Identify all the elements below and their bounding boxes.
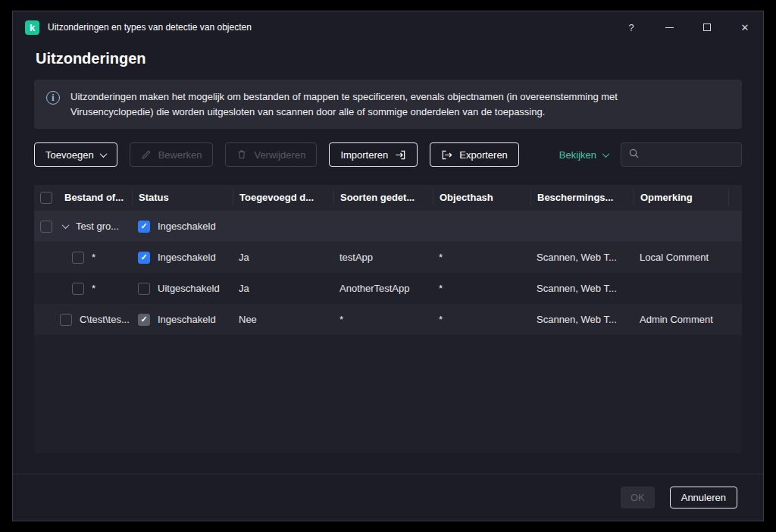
delete-button-label: Verwijderen [254, 149, 305, 161]
toolbar: Toevoegen Bewerken Verwijderen Importere… [34, 142, 742, 167]
protection-cell: Scannen, Web T... [530, 283, 634, 294]
protection-cell: Scannen, Web T... [530, 314, 634, 325]
maximize-button[interactable] [701, 21, 713, 33]
dialog-window: k Uitzonderingen en types van detectie v… [12, 11, 764, 521]
ok-button[interactable]: OK [621, 487, 655, 509]
column-header-comment[interactable]: Opmerking [634, 190, 728, 205]
row-select-checkbox[interactable] [72, 283, 84, 295]
status-label: Ingeschakeld [158, 252, 216, 263]
search-input[interactable] [645, 149, 734, 161]
trash-icon [236, 149, 247, 160]
pencil-icon [141, 149, 152, 160]
row-select-checkbox[interactable] [40, 221, 52, 233]
page-title: Uitzonderingen [36, 48, 763, 69]
table-empty-area [34, 335, 742, 453]
titlebar: k Uitzonderingen en types van detectie v… [13, 11, 763, 43]
exclusions-table: Bestand of... Status Toegevoegd d... Soo… [34, 185, 742, 453]
protection-cell: Scannen, Web T... [530, 252, 634, 263]
window-title: Uitzonderingen en types van detectie van… [48, 22, 252, 33]
table-header: Bestand of... Status Toegevoegd d... Soo… [34, 185, 742, 211]
column-header-hash[interactable]: Objecthash [433, 190, 530, 205]
row-select-checkbox[interactable] [72, 252, 84, 264]
search-box [621, 142, 742, 167]
help-button[interactable]: ? [625, 21, 637, 33]
types-cell: testApp [333, 252, 433, 263]
table-row[interactable]: C\test\tes... Ingeschakeld Nee * * Scann… [34, 304, 742, 335]
dialog-footer: OK Annuleren [13, 474, 763, 521]
file-cell: * [92, 252, 95, 263]
info-icon: i [46, 91, 60, 105]
column-header-protection[interactable]: Beschermings... [530, 190, 634, 205]
row-select-checkbox[interactable] [60, 314, 72, 326]
hash-cell: * [433, 283, 530, 294]
hash-cell: * [433, 252, 530, 263]
added-cell: Nee [233, 314, 333, 325]
file-cell: * [92, 283, 95, 294]
column-header-status[interactable]: Status [132, 190, 233, 205]
column-header-file[interactable]: Bestand of... [58, 190, 132, 205]
added-cell: Ja [233, 283, 333, 294]
export-button-label: Exporteren [459, 149, 508, 161]
info-text: Uitzonderingen maken het mogelijk om bes… [70, 89, 699, 119]
chevron-down-icon [99, 150, 107, 158]
group-name: Test gro... [76, 221, 119, 232]
import-icon [395, 149, 406, 161]
enabled-checkbox[interactable] [138, 221, 150, 233]
cancel-button[interactable]: Annuleren [670, 487, 737, 509]
types-cell: AnotherTestApp [333, 283, 433, 294]
select-all-checkbox[interactable] [40, 192, 52, 204]
types-cell: * [333, 314, 433, 325]
minimize-icon [665, 27, 674, 28]
enabled-checkbox[interactable] [138, 314, 150, 326]
hash-cell: * [433, 314, 530, 325]
info-banner: i Uitzonderingen maken het mogelijk om b… [34, 80, 742, 129]
edit-button-label: Bewerken [158, 149, 202, 161]
delete-button[interactable]: Verwijderen [225, 142, 317, 167]
comment-cell: Local Comment [634, 252, 728, 263]
column-header-types[interactable]: Soorten gedet... [333, 190, 433, 205]
table-group-row[interactable]: Test gro... Ingeschakeld [34, 211, 742, 242]
table-row[interactable]: * Uitgeschakeld Ja AnotherTestApp * Scan… [34, 273, 742, 304]
view-dropdown-label: Bekijken [559, 149, 596, 161]
added-cell: Ja [233, 252, 333, 263]
kaspersky-logo-icon: k [25, 20, 39, 35]
status-label: Ingeschakeld [158, 314, 216, 325]
add-button[interactable]: Toevoegen [34, 142, 117, 167]
edit-button[interactable]: Bewerken [130, 142, 214, 167]
table-row[interactable]: * Ingeschakeld Ja testApp * Scannen, Web… [34, 242, 742, 273]
status-label: Ingeschakeld [158, 221, 216, 232]
search-icon [628, 148, 640, 162]
close-button[interactable]: ✕ [739, 21, 751, 33]
chevron-down-icon [602, 150, 610, 158]
maximize-icon [703, 23, 711, 31]
comment-cell: Admin Comment [634, 314, 728, 325]
window-controls: ? ✕ [625, 21, 751, 33]
minimize-button[interactable] [663, 21, 675, 33]
add-button-label: Toevoegen [45, 149, 94, 161]
enabled-checkbox[interactable] [138, 252, 150, 264]
status-label: Uitgeschakeld [158, 283, 220, 294]
import-button[interactable]: Importeren [329, 142, 418, 167]
import-button-label: Importeren [340, 149, 388, 161]
export-icon [441, 149, 452, 161]
column-header-added[interactable]: Toegevoegd d... [233, 190, 333, 205]
enabled-checkbox[interactable] [138, 283, 150, 295]
export-button[interactable]: Exporteren [430, 142, 519, 167]
column-header-spacer [728, 190, 742, 205]
view-dropdown[interactable]: Bekijken [559, 149, 609, 161]
chevron-down-icon[interactable] [62, 221, 70, 229]
file-cell: C\test\tes... [80, 314, 130, 325]
